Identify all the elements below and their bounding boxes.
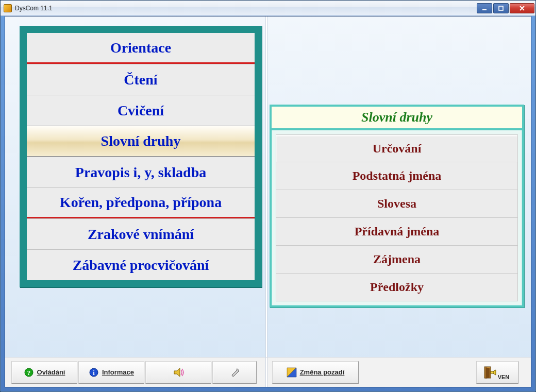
main-menu-item-koren[interactable]: Kořen, předpona, přípona [27,188,255,218]
zmena-pozadi-button[interactable]: Změna pozadí [272,361,359,384]
sub-menu-item-pridavna-jmena[interactable]: Přídavná jména [276,218,518,246]
main-menu-item-label: Zrakové vnímání [88,226,194,243]
sub-menu-item-label: Přídavná jména [355,225,440,238]
exit-door-icon [483,366,497,379]
svg-text:i: i [93,369,95,377]
sub-menu-item-zajmena[interactable]: Zájmena [276,246,518,274]
svg-rect-0 [482,9,487,10]
sub-menu-item-label: Slovesa [377,197,416,211]
info-icon: i [89,367,99,378]
vertical-splitter[interactable] [265,16,267,357]
sub-menu-list: Určování Podstatná jména Slovesa Přídavn… [272,130,522,305]
informace-label: Informace [102,368,134,376]
main-menu-item-label: Slovní druhy [101,133,181,149]
app-icon [4,4,12,12]
main-menu-item-cviceni[interactable]: Cvičení [27,95,255,126]
sub-menu-item-label: Předložky [370,280,424,294]
wrench-icon [229,367,240,378]
workspace: Orientace Čtení Cvičení Slovní druhy Pra… [5,16,531,357]
sub-menu-item-urcovani[interactable]: Určování [276,134,518,162]
sub-menu-panel: Slovní druhy Určování Podstatná jména Sl… [270,105,524,308]
svg-rect-1 [499,6,503,10]
window-buttons [477,3,534,13]
bottom-toolbar: ? Ovládání i Informace [5,357,531,387]
main-menu-item-label: Čtení [124,72,157,88]
main-menu-item-label: Zábavné procvičování [73,257,209,274]
speaker-icon [173,367,183,378]
sub-menu-item-label: Podstatná jména [353,169,442,183]
svg-rect-11 [491,371,494,373]
main-menu-item-orientace[interactable]: Orientace [27,33,255,64]
client-area: Orientace Čtení Cvičení Slovní druhy Pra… [5,16,531,387]
ven-button[interactable]: VEN [476,361,518,384]
ovladani-button[interactable]: ? Ovládání [11,361,77,384]
svg-marker-10 [485,367,490,379]
svg-text:?: ? [27,369,30,377]
main-menu-item-zrakove[interactable]: Zrakové vnímání [27,218,255,249]
zmena-pozadi-label: Změna pozadí [300,368,345,376]
app-window: DysCom 11.1 Orientace Čtení [0,0,536,392]
sub-menu-item-label: Zájmena [373,252,421,266]
main-menu-item-label: Kořen, předpona, přípona [60,194,222,211]
main-menu-item-zabavne[interactable]: Zábavné procvičování [27,249,255,280]
toolbar-splitter [265,357,267,387]
background-icon [287,367,297,378]
svg-marker-6 [174,368,180,377]
sub-menu-item-predlozky[interactable]: Předložky [276,274,518,301]
main-menu-item-pravopis[interactable]: Pravopis i, y, skladba [27,157,255,188]
maximize-button[interactable] [493,3,509,13]
sound-button[interactable] [145,361,211,384]
settings-button[interactable] [212,361,257,384]
window-title: DysCom 11.1 [15,5,477,12]
main-menu-item-label: Orientace [110,40,171,56]
main-menu-item-label: Cvičení [118,103,164,119]
sub-menu-item-podstatna-jmena[interactable]: Podstatná jména [276,162,518,190]
help-icon: ? [24,367,34,378]
main-menu-item-slovni-druhy[interactable]: Slovní druhy [27,126,255,157]
ovladani-label: Ovládání [37,368,65,376]
sub-menu-item-label: Určování [373,142,422,156]
minimize-button[interactable] [477,3,492,13]
main-menu-item-label: Pravopis i, y, skladba [75,164,206,181]
informace-button[interactable]: i Informace [78,361,144,384]
main-menu-item-cteni[interactable]: Čtení [27,64,255,95]
main-menu-panel: Orientace Čtení Cvičení Slovní druhy Pra… [20,26,262,287]
close-button[interactable] [510,3,534,13]
ven-label: VEN [498,374,510,380]
sub-menu-item-slovesa[interactable]: Slovesa [276,190,518,218]
window-titlebar: DysCom 11.1 [1,1,535,16]
sub-menu-title: Slovní druhy [272,107,522,130]
